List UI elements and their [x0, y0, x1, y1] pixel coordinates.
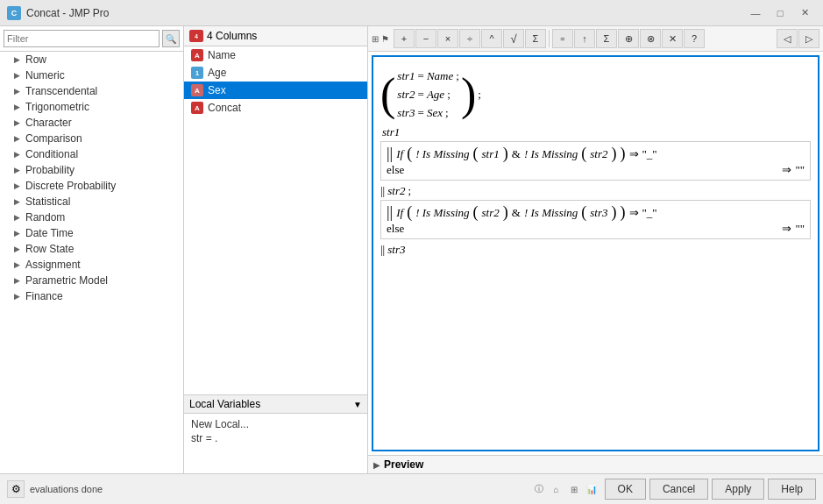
arrow1-2: ⇒	[629, 206, 639, 220]
else-line-2: else ⇒ ""	[387, 222, 805, 236]
minimize-button[interactable]: —	[744, 4, 767, 22]
sidebar-label-random: Random	[25, 211, 65, 224]
else-kw-1: else	[387, 163, 404, 177]
toolbar-sigma-button[interactable]: Σ	[596, 29, 617, 48]
result2-2: ""	[795, 222, 805, 236]
semicolon-s3: ;	[408, 184, 411, 198]
toolbar-otimes-button[interactable]: ⊗	[640, 29, 661, 48]
apply-button[interactable]: Apply	[712, 479, 764, 500]
sidebar-item-finance[interactable]: ▶ Finance	[0, 288, 183, 304]
if-kw-1: If	[396, 147, 403, 161]
sidebar-item-assignment[interactable]: ▶ Assignment	[0, 257, 183, 273]
pipe-sym-1: ||	[387, 145, 393, 163]
close-button[interactable]: ✕	[793, 4, 816, 22]
content-area: 🔍 ▶ Row ▶ Numeric ▶ Transcendental ▶ Tri…	[0, 26, 823, 473]
column-item-sex[interactable]: A Sex	[184, 82, 367, 99]
toolbar-sub-button[interactable]: −	[415, 29, 436, 48]
expand-arrow-finance: ▶	[14, 292, 20, 301]
sidebar-item-statistical[interactable]: ▶ Statistical	[0, 194, 183, 209]
toolbar-oplus-button[interactable]: ⊕	[618, 29, 639, 48]
toolbar-pow-button[interactable]: ^	[481, 29, 502, 48]
column-item-age[interactable]: 1 Age	[184, 64, 367, 82]
toolbar-help-button[interactable]: ?	[684, 29, 705, 48]
local-variables-content: New Local... str = .	[184, 414, 367, 473]
toolbar-add-button[interactable]: +	[394, 29, 415, 48]
sidebar-label-parametric-model: Parametric Model	[25, 274, 108, 287]
columns-count-label: 4	[195, 33, 198, 39]
toolbar-eq-button[interactable]: =	[552, 29, 573, 48]
toolbar-up-button[interactable]: ↑	[574, 29, 595, 48]
chart-icon: 📊	[584, 481, 600, 497]
if-kw-2: If	[396, 206, 403, 220]
sidebar-item-probability[interactable]: ▶ Probability	[0, 162, 183, 178]
expand-arrow-datetime: ▶	[14, 229, 20, 238]
if-open-paren-1: (	[407, 145, 412, 163]
column-item-name[interactable]: A Name	[184, 46, 367, 64]
if-block-2: || If ( ! Is Missing ( str2 ) & ! Is Mis…	[380, 200, 811, 239]
sidebar-item-random[interactable]: ▶ Random	[0, 209, 183, 225]
column-label-name: Name	[208, 49, 236, 61]
titlebar: C Concat - JMP Pro — □ ✕	[0, 0, 823, 26]
toolbar-times-button[interactable]: ✕	[662, 29, 683, 48]
formula-section3: || str2 ;	[380, 184, 811, 198]
col-name2: Age	[427, 88, 444, 102]
sidebar-label-assignment: Assignment	[25, 259, 81, 271]
toolbar-sqrt-button[interactable]: √	[503, 29, 524, 48]
arg4-open-paren: (	[581, 203, 586, 222]
expand-arrow-probability: ▶	[14, 166, 20, 174]
str2-var-s3: str2	[387, 184, 405, 198]
ok-button[interactable]: OK	[605, 479, 646, 500]
toolbar-mul-button[interactable]: ×	[437, 29, 458, 48]
sidebar-item-discrete-probability[interactable]: ▶ Discrete Probability	[0, 178, 183, 194]
sidebar-label-statistical: Statistical	[25, 195, 70, 208]
expand-arrow-random: ▶	[14, 213, 20, 222]
toolbar-div-button[interactable]: ÷	[459, 29, 480, 48]
sidebar-item-trigonometric[interactable]: ▶ Trigonometric	[0, 99, 183, 115]
preview-bar[interactable]: ▶ Preview	[368, 455, 823, 473]
arg4-close-paren: )	[612, 203, 617, 222]
new-local-button[interactable]: New Local...	[191, 417, 360, 431]
settings-button[interactable]: ⚙	[7, 480, 25, 498]
formula-section-assignments: ( str1 = Name ; str2 = Age	[380, 67, 811, 122]
expand-arrow-numeric: ▶	[14, 71, 20, 80]
column-icon-age: 1	[191, 67, 203, 79]
filter-input[interactable]	[4, 30, 160, 47]
arg3-close-paren: )	[503, 203, 508, 222]
columns-count-icon: 4	[189, 30, 203, 42]
formula-editor[interactable]: ( str1 = Name ; str2 = Age	[372, 55, 819, 451]
columns-list: A Name 1 Age A Sex A Concat	[184, 46, 367, 394]
str3-var-s5: str3	[387, 243, 405, 257]
sidebar-item-row[interactable]: ▶ Row	[0, 52, 183, 67]
help-button[interactable]: Help	[768, 479, 816, 500]
sidebar-item-character[interactable]: ▶ Character	[0, 115, 183, 131]
toolbar-sum-button[interactable]: Σ	[525, 29, 546, 48]
str1-var-line: str1	[382, 125, 811, 139]
var-str1: str1	[397, 69, 415, 83]
home-icon: ⌂	[549, 481, 564, 497]
sidebar-item-numeric[interactable]: ▶ Numeric	[0, 67, 183, 83]
preview-label: Preview	[384, 458, 423, 471]
main-container: 🔍 ▶ Row ▶ Numeric ▶ Transcendental ▶ Tri…	[0, 26, 823, 504]
eq2: =	[418, 88, 424, 102]
sidebar-item-rowstate[interactable]: ▶ Row State	[0, 241, 183, 257]
window-controls: — □ ✕	[744, 4, 816, 22]
toolbar-undo-button[interactable]: ◁	[777, 29, 798, 48]
maximize-button[interactable]: □	[769, 4, 791, 22]
sidebar-item-conditional[interactable]: ▶ Conditional	[0, 146, 183, 162]
filter-search-button[interactable]: 🔍	[162, 30, 180, 47]
cancel-button[interactable]: Cancel	[649, 479, 708, 500]
sidebar-item-datetime[interactable]: ▶ Date Time	[0, 225, 183, 241]
open-paren-big: (	[380, 75, 395, 114]
arg3-open-paren: (	[473, 203, 479, 222]
sidebar-item-comparison[interactable]: ▶ Comparison	[0, 131, 183, 146]
arg1-close-paren: )	[503, 145, 508, 163]
local-var-str[interactable]: str = .	[191, 431, 360, 445]
sidebar-item-parametric-model[interactable]: ▶ Parametric Model	[0, 273, 183, 288]
sidebar-item-transcendental[interactable]: ▶ Transcendental	[0, 83, 183, 99]
column-item-concat[interactable]: A Concat	[184, 99, 367, 117]
bottom-right-area: ⓘ ⌂ ⊞ 📊 OK Cancel Apply Help	[531, 479, 816, 500]
assignment-str2: str2 = Age ;	[397, 88, 459, 102]
grid-icon: ⊞	[566, 481, 582, 497]
toolbar-redo-button[interactable]: ▷	[798, 29, 819, 48]
local-variables-header[interactable]: Local Variables ▼	[184, 395, 367, 414]
